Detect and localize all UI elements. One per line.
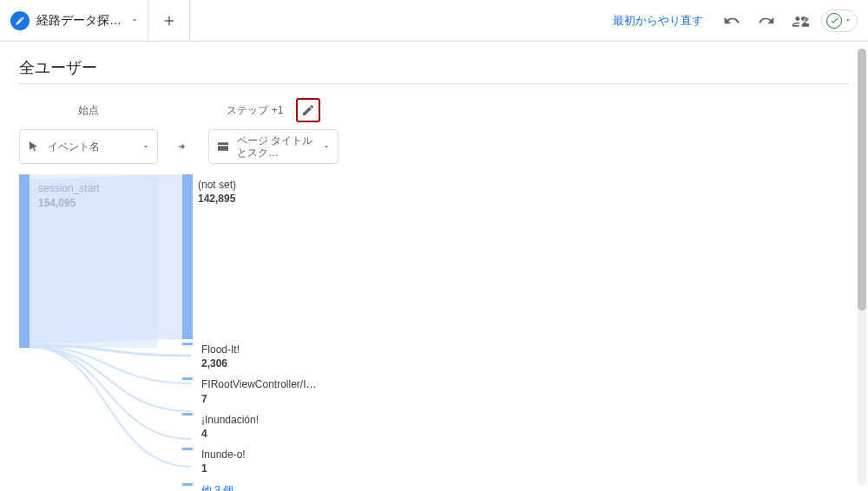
- step-column: ステップ +1 ページ タイトルとスク…: [208, 100, 339, 164]
- step-dimension-label: ページ タイトルとスク…: [237, 134, 315, 160]
- pencil-badge-icon: [10, 11, 30, 30]
- dest-bar: [182, 483, 193, 486]
- start-over-link[interactable]: 最初からやり直す: [604, 8, 712, 34]
- dest-body: ¡Inundación! 4: [196, 409, 347, 442]
- scrollbar[interactable]: [858, 49, 866, 486]
- dest-name: Inunde-o!: [201, 448, 342, 462]
- dest-node[interactable]: Inunde-o! 1: [182, 444, 347, 477]
- dest-node[interactable]: FIRootViewController/I… 7: [182, 374, 347, 407]
- dest-value: 1: [201, 462, 342, 475]
- start-dimension-chip[interactable]: イベント名: [19, 129, 158, 164]
- chevron-down-icon: [322, 141, 331, 154]
- source-node[interactable]: session_start 154,095: [19, 174, 158, 348]
- status-chip[interactable]: [821, 10, 858, 32]
- dest-body: FIRootViewController/I… 7: [196, 374, 347, 407]
- dest-value: 4: [201, 427, 342, 441]
- dest-bar: [182, 448, 193, 450]
- redo-button[interactable]: [752, 6, 781, 36]
- header-actions: 最初からやり直す: [604, 6, 863, 36]
- start-label: 始点: [78, 103, 99, 118]
- step-column-header: ステップ +1: [208, 100, 339, 121]
- header: 経路データ探… 最初からやり直す: [0, 0, 868, 42]
- dest-body: 他 3 個 3: [196, 480, 347, 492]
- dest-name: Flood-It!: [201, 343, 342, 357]
- source-name: session_start: [38, 181, 149, 196]
- source-column: session_start 154,095: [19, 174, 158, 348]
- dest-name: FIRootViewController/I…: [201, 377, 342, 391]
- step-dimension-chip[interactable]: ページ タイトルとスク…: [208, 129, 339, 164]
- exploration-tab[interactable]: 経路データ探…: [0, 0, 148, 42]
- chevron-down-icon: [844, 14, 852, 27]
- dest-name: (not set): [198, 178, 342, 192]
- share-button[interactable]: [786, 6, 816, 36]
- start-dimension-label: イベント名: [48, 141, 135, 153]
- source-body: session_start 154,095: [30, 174, 158, 348]
- chevron-down-icon: [141, 141, 150, 154]
- path-exploration: 始点 イベント名 ステップ +1 ページ タイトルとスク…: [19, 84, 849, 164]
- page-icon: [216, 140, 230, 154]
- cursor-icon: [27, 140, 41, 154]
- dest-bar: [182, 343, 193, 345]
- content: 全ユーザー 始点 イベント名 ステップ +1: [0, 42, 868, 491]
- dest-node[interactable]: (not set) 142,895: [182, 174, 347, 339]
- step-label: ステップ +1: [227, 103, 283, 118]
- source-value: 154,095: [38, 196, 149, 211]
- flow-stage: session_start 154,095 (not set) 142,895: [19, 174, 849, 491]
- start-column: 始点 イベント名: [19, 100, 158, 164]
- dest-node[interactable]: ¡Inundación! 4: [182, 409, 347, 442]
- undo-button[interactable]: [717, 6, 746, 36]
- dest-name: 他 3 個: [201, 483, 342, 492]
- dest-column: (not set) 142,895 Flood-It! 2,306 FIRoot…: [174, 174, 347, 491]
- dest-bar: [182, 413, 193, 416]
- dest-body: Flood-It! 2,306: [196, 339, 347, 372]
- dest-name: ¡Inundación!: [201, 413, 342, 427]
- chevron-down-icon: [130, 14, 139, 27]
- dest-body: Inunde-o! 1: [196, 444, 347, 477]
- dest-node[interactable]: Flood-It! 2,306: [182, 339, 347, 372]
- dest-bar: [182, 174, 193, 339]
- dest-value: 142,895: [198, 192, 342, 206]
- arrow-right-icon: [176, 140, 190, 154]
- add-tab-button[interactable]: [148, 0, 190, 42]
- pencil-icon: [301, 103, 315, 117]
- arrow-separator: [174, 129, 193, 164]
- edit-step-button[interactable]: [296, 98, 320, 122]
- dest-value: 2,306: [201, 357, 342, 370]
- source-bar: [19, 174, 30, 348]
- check-circle-icon: [826, 13, 842, 29]
- dest-value: 7: [201, 392, 342, 406]
- dest-bar: [182, 377, 193, 380]
- start-column-header: 始点: [19, 100, 158, 121]
- dest-group: Flood-It! 2,306 FIRootViewController/I… …: [182, 339, 347, 491]
- dest-body: (not set) 142,895: [193, 174, 347, 339]
- tab-title: 経路データ探…: [36, 13, 122, 29]
- page-title: 全ユーザー: [19, 57, 849, 84]
- dest-node-more[interactable]: 他 3 個 3: [182, 480, 347, 492]
- scrollbar-thumb[interactable]: [858, 49, 866, 311]
